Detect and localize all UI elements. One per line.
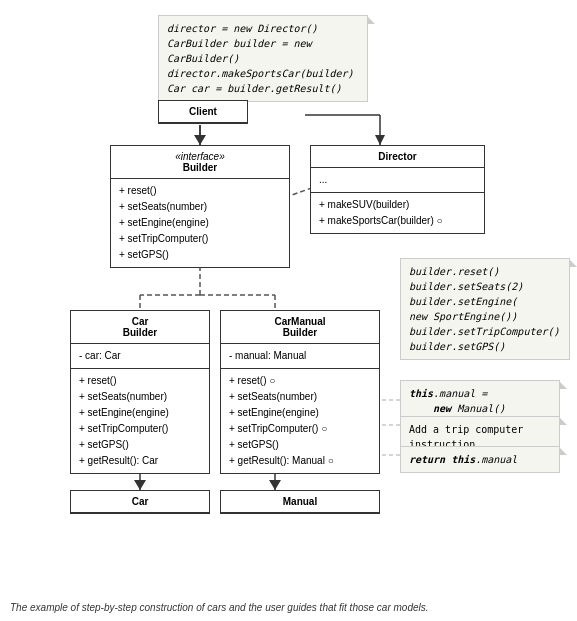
- car-builder-fields: - car: Car: [71, 344, 209, 368]
- svg-marker-15: [134, 480, 146, 490]
- note-top-line4: Car car = builder.getResult(): [167, 81, 359, 96]
- note-top-line2: CarBuilder builder = new CarBuilder(): [167, 36, 359, 66]
- director-box: Director ... + makeSUV(builder) + makeSp…: [310, 145, 485, 234]
- car-builder-box: CarBuilder - car: Car + reset() + setSea…: [70, 310, 210, 474]
- manual-title: Manual: [221, 491, 379, 513]
- builder-method-4: + setGPS(): [119, 247, 281, 263]
- car-builder-method-2: + setEngine(engine): [79, 405, 201, 421]
- carmanual-builder-method-1: + setSeats(number): [229, 389, 371, 405]
- director-title: Director: [311, 146, 484, 168]
- diagram-caption: The example of step-by-step construction…: [10, 602, 567, 613]
- note-mid-line5: builder.setGPS(): [409, 339, 561, 354]
- builder-method-2: + setEngine(engine): [119, 215, 281, 231]
- note-top-line3: director.makeSportsCar(builder): [167, 66, 359, 81]
- car-title: Car: [71, 491, 209, 513]
- client-box: Client: [158, 100, 248, 124]
- diagram-container: director = new Director() CarBuilder bui…: [10, 10, 567, 608]
- note-mid-line3: new SportEngine()): [409, 309, 561, 324]
- car-builder-method-5: + getResult(): Car: [79, 453, 201, 469]
- note-mid-line4: builder.setTripComputer(): [409, 324, 561, 339]
- carmanual-builder-title: CarManualBuilder: [221, 311, 379, 344]
- builder-name: Builder: [183, 162, 217, 173]
- builder-title: «interface» Builder: [111, 146, 289, 179]
- car-builder-title: CarBuilder: [71, 311, 209, 344]
- manual-box: Manual: [220, 490, 380, 514]
- director-fields: ...: [311, 168, 484, 192]
- note-mid: builder.reset() builder.setSeats(2) buil…: [400, 258, 570, 360]
- client-title: Client: [159, 101, 247, 123]
- car-builder-method-1: + setSeats(number): [79, 389, 201, 405]
- builder-method-3: + setTripComputer(): [119, 231, 281, 247]
- note-return-rest: .manual: [475, 454, 517, 465]
- note-return: return this.manual: [400, 446, 560, 473]
- note-manual-rest2: Manual(): [451, 403, 505, 414]
- car-builder-method-0: + reset(): [79, 373, 201, 389]
- director-method-1: + makeSportsCar(builder) ○: [319, 213, 476, 229]
- builder-methods: + reset() + setSeats(number) + setEngine…: [111, 179, 289, 267]
- car-builder-methods: + reset() + setSeats(number) + setEngine…: [71, 368, 209, 473]
- carmanual-builder-box: CarManualBuilder - manual: Manual + rese…: [220, 310, 380, 474]
- builder-stereotype: «interface»: [175, 151, 224, 162]
- director-methods: + makeSUV(builder) + makeSportsCar(build…: [311, 192, 484, 233]
- car-builder-field-0: - car: Car: [79, 348, 201, 364]
- carmanual-builder-method-4: + setGPS(): [229, 437, 371, 453]
- carmanual-builder-method-3: + setTripComputer() ○: [229, 421, 371, 437]
- note-mid-line2: builder.setEngine(: [409, 294, 561, 309]
- note-trip-line0: Add a trip computer: [409, 422, 551, 437]
- builder-method-1: + setSeats(number): [119, 199, 281, 215]
- carmanual-builder-methods: + reset() ○ + setSeats(number) + setEngi…: [221, 368, 379, 473]
- director-field-0: ...: [319, 172, 476, 188]
- svg-marker-17: [269, 480, 281, 490]
- carmanual-builder-field-0: - manual: Manual: [229, 348, 371, 364]
- note-mid-line0: builder.reset(): [409, 264, 561, 279]
- svg-marker-13: [194, 135, 206, 145]
- svg-marker-3: [375, 135, 385, 145]
- note-manual-keyword2: new: [409, 403, 451, 414]
- note-manual-rest1: .manual =: [433, 388, 487, 399]
- note-mid-line1: builder.setSeats(2): [409, 279, 561, 294]
- car-builder-method-4: + setGPS(): [79, 437, 201, 453]
- builder-method-0: + reset(): [119, 183, 281, 199]
- director-method-0: + makeSUV(builder): [319, 197, 476, 213]
- carmanual-builder-method-5: + getResult(): Manual ○: [229, 453, 371, 469]
- carmanual-builder-fields: - manual: Manual: [221, 344, 379, 368]
- note-return-keyword: return: [409, 454, 445, 465]
- car-builder-method-3: + setTripComputer(): [79, 421, 201, 437]
- note-return-keyword2: this: [451, 454, 475, 465]
- note-manual-keyword: this: [409, 388, 433, 399]
- builder-box: «interface» Builder + reset() + setSeats…: [110, 145, 290, 268]
- car-box: Car: [70, 490, 210, 514]
- note-top: director = new Director() CarBuilder bui…: [158, 15, 368, 102]
- carmanual-builder-method-2: + setEngine(engine): [229, 405, 371, 421]
- carmanual-builder-method-0: + reset() ○: [229, 373, 371, 389]
- note-top-line1: director = new Director(): [167, 21, 359, 36]
